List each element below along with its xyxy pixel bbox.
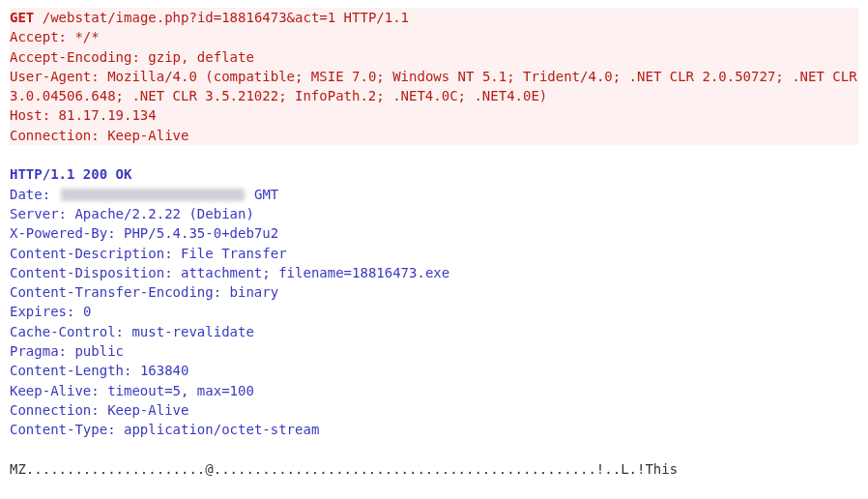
response-header-line: Content-Disposition: attachment; filenam… xyxy=(10,263,858,282)
request-protocol: HTTP/1.1 xyxy=(344,10,409,25)
request-method: GET xyxy=(10,10,34,25)
header-value: public xyxy=(74,343,124,359)
redacted-date xyxy=(61,189,245,201)
header-name: Content-Length xyxy=(10,363,124,378)
response-header-line: Cache-Control: must-revalidate xyxy=(10,322,858,341)
header-name: Accept-Encoding xyxy=(10,49,131,65)
http-response-block: HTTP/1.1 200 OK Date: GMT Server: Apache… xyxy=(10,164,858,439)
response-status-line: HTTP/1.1 200 OK xyxy=(10,164,858,184)
response-header-line: X-Powered-By: PHP/5.4.35-0+deb7u2 xyxy=(10,223,858,243)
header-value: must-revalidate xyxy=(131,324,253,339)
header-value: timeout=5, max=100 xyxy=(107,383,254,398)
request-header-line: Accept-Encoding: gzip, deflate xyxy=(10,47,858,67)
header-name: Date xyxy=(10,187,43,202)
header-value: */* xyxy=(74,29,99,44)
header-value: 81.17.19.134 xyxy=(59,107,157,123)
header-value: 0 xyxy=(83,304,91,319)
header-value: Mozilla/4.0 (compatible; MSIE 7.0; Windo… xyxy=(10,69,857,103)
header-value: Apache/2.2.22 (Debian) xyxy=(74,206,253,221)
header-value: attachment; filename=18816473.exe xyxy=(181,265,449,280)
header-suffix: GMT xyxy=(254,187,278,202)
response-header-line: Connection: Keep-Alive xyxy=(10,400,858,420)
blank-line xyxy=(10,145,858,164)
header-value: Keep-Alive xyxy=(107,128,188,143)
header-value: binary xyxy=(230,284,279,300)
http-request-block: GET /webstat/image.php?id=18816473&act=1… xyxy=(10,8,858,145)
request-header-line: Accept: */* xyxy=(10,27,858,46)
header-name: Pragma xyxy=(10,343,59,359)
request-header-line: User-Agent: Mozilla/4.0 (compatible; MSI… xyxy=(10,67,858,106)
response-header-line: Server: Apache/2.2.22 (Debian) xyxy=(10,204,858,223)
response-header-line: Pragma: public xyxy=(10,341,858,361)
header-name: Content-Type xyxy=(10,422,107,437)
response-header-line: Content-Length: 163840 xyxy=(10,361,858,380)
header-name: User-Agent xyxy=(10,69,91,84)
header-name: Connection xyxy=(10,128,91,143)
response-header-line: Expires: 0 xyxy=(10,302,858,321)
request-header-line: Host: 81.17.19.134 xyxy=(10,105,858,125)
request-line: GET /webstat/image.php?id=18816473&act=1… xyxy=(10,8,858,27)
header-value: 163840 xyxy=(140,363,189,378)
blank-line xyxy=(10,440,858,459)
response-header-line: Date: GMT xyxy=(10,185,858,204)
header-name: Server xyxy=(10,206,59,221)
header-name: Host xyxy=(10,107,43,123)
response-header-line: Content-Transfer-Encoding: binary xyxy=(10,282,858,302)
header-name: Content-Disposition xyxy=(10,265,164,280)
header-value: File Transfer xyxy=(181,246,287,261)
header-name: Keep-Alive xyxy=(10,383,91,398)
header-value: gzip, deflate xyxy=(148,49,254,65)
header-name: Content-Transfer-Encoding xyxy=(10,284,214,300)
response-header-line: Content-Description: File Transfer xyxy=(10,244,858,263)
request-header-line: Connection: Keep-Alive xyxy=(10,126,858,145)
header-value: PHP/5.4.35-0+deb7u2 xyxy=(124,225,278,241)
request-path: /webstat/image.php?id=18816473&act=1 xyxy=(43,10,335,25)
header-value: Keep-Alive xyxy=(107,402,188,418)
header-value: application/octet-stream xyxy=(124,422,319,437)
header-name: X-Powered-By xyxy=(10,225,107,241)
status-text: HTTP/1.1 200 OK xyxy=(10,166,131,182)
response-header-line: Content-Type: application/octet-stream xyxy=(10,420,858,439)
header-name: Expires xyxy=(10,304,67,319)
header-name: Cache-Control xyxy=(10,324,116,339)
header-name: Content-Description xyxy=(10,246,164,261)
response-header-line: Keep-Alive: timeout=5, max=100 xyxy=(10,381,858,400)
header-name: Accept xyxy=(10,29,59,44)
response-body-preview: MZ......................@...............… xyxy=(10,459,858,479)
header-name: Connection xyxy=(10,402,91,418)
